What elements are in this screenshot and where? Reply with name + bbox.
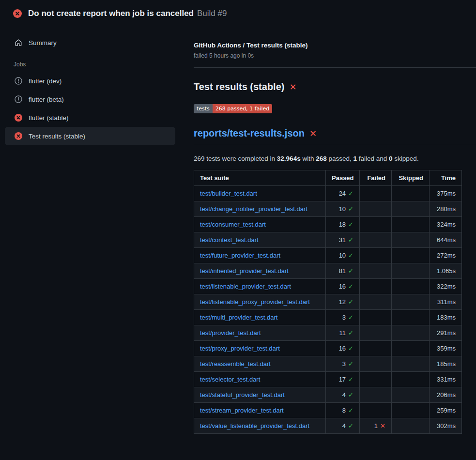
summary-passed-count: 268 — [316, 155, 327, 162]
run-title: Do not create report when job is cancell… — [28, 9, 227, 18]
sidebar-item-flutter-dev[interactable]: flutter (dev) — [5, 72, 175, 90]
time-cell: 280ms — [430, 201, 462, 217]
test-suite-cell: test/listenable_proxy_provider_test.dart — [194, 294, 326, 310]
passed-count: 4 — [342, 422, 346, 429]
sidebar: Summary Jobs flutter (dev) — [0, 23, 180, 145]
test-suite-cell: test/selector_test.dart — [194, 372, 326, 387]
check-icon: ✓ — [348, 205, 353, 213]
passed-count: 12 — [339, 298, 346, 306]
table-row: test/listenable_proxy_provider_test.dart… — [194, 294, 462, 310]
test-suite-link[interactable]: test/builder_test.dart — [200, 190, 257, 197]
table-row: test/provider_test.dart11✓291ms — [194, 325, 462, 341]
passed-count-cell: 10✓ — [326, 201, 360, 217]
skipped-cell — [392, 217, 430, 232]
breadcrumb: GitHub Actions / Test results (stable) — [194, 42, 476, 49]
passed-count-cell: 10✓ — [326, 248, 360, 263]
test-suite-link[interactable]: test/future_provider_test.dart — [200, 252, 280, 259]
time-cell: 331ms — [430, 372, 462, 387]
test-suite-link[interactable]: test/context_test.dart — [200, 236, 259, 244]
check-icon: ✓ — [348, 376, 353, 383]
cancelled-icon — [15, 95, 22, 103]
divider — [194, 67, 476, 68]
failed-x-icon: ✕ — [309, 129, 317, 138]
table-row: test/inherited_provider_test.dart81✓1.06… — [194, 263, 462, 279]
test-suite-link[interactable]: test/selector_test.dart — [200, 376, 260, 383]
x-circle-icon — [15, 114, 22, 122]
passed-count: 10 — [339, 205, 346, 213]
test-suite-cell: test/future_provider_test.dart — [194, 248, 326, 263]
test-suite-link[interactable]: test/multi_provider_test.dart — [200, 314, 277, 321]
test-suite-link[interactable]: test/value_listenable_provider_test.dart — [200, 422, 309, 429]
test-suite-link[interactable]: test/change_notifier_provider_test.dart — [200, 205, 307, 213]
table-row: test/proxy_provider_test.dart16✓359ms — [194, 341, 462, 356]
table-row: test/selector_test.dart17✓331ms — [194, 372, 462, 387]
job-label: flutter (stable) — [29, 114, 69, 122]
test-suite-link[interactable]: test/listenable_provider_test.dart — [200, 283, 291, 290]
report-heading: reports/test-results.json ✕ — [194, 128, 476, 145]
report-file-link[interactable]: reports/test-results.json — [194, 128, 305, 139]
table-row: test/value_listenable_provider_test.dart… — [194, 418, 462, 434]
skipped-cell — [392, 372, 430, 387]
tests-badge: tests 268 passed, 1 failed — [194, 104, 272, 113]
passed-count: 4 — [342, 391, 346, 399]
test-suite-cell: test/context_test.dart — [194, 232, 326, 248]
test-suite-cell: test/stateful_provider_test.dart — [194, 387, 326, 403]
test-suite-link[interactable]: test/stream_provider_test.dart — [200, 407, 284, 414]
time-cell: 359ms — [430, 341, 462, 356]
passed-count-cell: 18✓ — [326, 217, 360, 232]
failed-count-cell — [360, 403, 392, 418]
table-row: test/stream_provider_test.dart8✓259ms — [194, 403, 462, 418]
failed-count-cell — [360, 201, 392, 217]
passed-count-cell: 12✓ — [326, 294, 360, 310]
passed-count: 8 — [342, 407, 346, 414]
test-suite-link[interactable]: test/listenable_proxy_provider_test.dart — [200, 298, 310, 306]
sidebar-item-test-results-stable[interactable]: Test results (stable) — [5, 127, 175, 145]
skipped-cell — [392, 279, 430, 294]
cancelled-icon — [15, 77, 22, 85]
check-icon: ✓ — [348, 391, 353, 399]
check-icon: ✓ — [348, 407, 353, 414]
passed-count-cell: 3✓ — [326, 356, 360, 372]
time-cell: 259ms — [430, 403, 462, 418]
skipped-cell — [392, 418, 430, 434]
sidebar-item-flutter-beta[interactable]: flutter (beta) — [5, 90, 175, 108]
test-suite-link[interactable]: test/reassemble_test.dart — [200, 360, 271, 368]
test-suite-link[interactable]: test/proxy_provider_test.dart — [200, 345, 280, 352]
check-icon: ✓ — [348, 236, 353, 244]
check-icon: ✓ — [348, 329, 353, 337]
passed-count-cell: 4✓ — [326, 418, 360, 434]
test-suite-link[interactable]: test/inherited_provider_test.dart — [200, 267, 289, 275]
table-row: test/listenable_provider_test.dart16✓322… — [194, 279, 462, 294]
failed-count-cell: 1✕ — [360, 418, 392, 434]
col-header-failed: Failed — [360, 170, 392, 186]
passed-count: 18 — [339, 221, 346, 228]
time-cell: 375ms — [430, 186, 462, 201]
table-row: test/change_notifier_provider_test.dart1… — [194, 201, 462, 217]
failed-count-cell — [360, 294, 392, 310]
test-suite-link[interactable]: test/consumer_test.dart — [200, 221, 266, 228]
badge-label: tests — [194, 104, 213, 113]
table-header-row: Test suite Passed Failed Skipped Time — [194, 170, 462, 186]
summary-sentence: 269 tests were completed in 32.964s with… — [194, 155, 476, 162]
test-suite-cell: test/proxy_provider_test.dart — [194, 341, 326, 356]
job-label: Test results (stable) — [29, 133, 85, 140]
skipped-cell — [392, 186, 430, 201]
jobs-list: flutter (dev) flutter (beta) — [5, 72, 175, 145]
test-suite-link[interactable]: test/provider_test.dart — [200, 329, 261, 337]
skipped-cell — [392, 341, 430, 356]
sidebar-item-flutter-stable[interactable]: flutter (stable) — [5, 108, 175, 127]
test-suite-link[interactable]: test/stateful_provider_test.dart — [200, 391, 285, 399]
x-icon: ✕ — [380, 422, 385, 429]
passed-count-cell: 8✓ — [326, 403, 360, 418]
failed-count-cell — [360, 217, 392, 232]
test-suite-cell: test/value_listenable_provider_test.dart — [194, 418, 326, 434]
passed-count: 31 — [339, 236, 346, 244]
check-icon: ✓ — [348, 298, 353, 306]
table-row: test/builder_test.dart24✓375ms — [194, 186, 462, 201]
failed-status-icon — [13, 9, 22, 18]
section-title-text: Test results (stable) — [194, 81, 284, 92]
passed-count: 81 — [339, 267, 346, 275]
test-suite-cell: test/consumer_test.dart — [194, 217, 326, 232]
sidebar-item-summary[interactable]: Summary — [5, 34, 175, 51]
passed-count-cell: 24✓ — [326, 186, 360, 201]
